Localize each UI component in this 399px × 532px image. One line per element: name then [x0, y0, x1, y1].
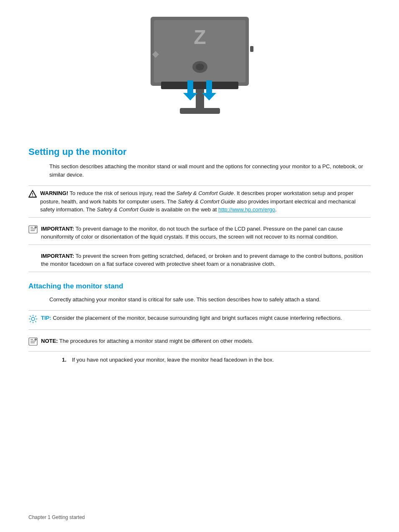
warning-text-before: To reduce the risk of serious injury, re… [70, 190, 176, 196]
important2-text-content: To prevent the screen from getting scrat… [41, 253, 363, 267]
monitor-illustration: Z [28, 13, 371, 134]
note-notice: NOTE: The procedures for attaching a mon… [28, 334, 371, 352]
attaching-intro: Correctly attaching your monitor stand i… [49, 296, 371, 304]
note-label: NOTE: [41, 338, 58, 344]
svg-text:Z: Z [194, 26, 206, 48]
svg-point-4 [196, 64, 204, 70]
setting-up-intro: This section describes attaching the mon… [49, 162, 371, 179]
tip-label: TIP: [41, 315, 51, 321]
warning-italic2: Safety & Comfort Guide [178, 198, 235, 205]
svg-rect-9 [161, 82, 238, 89]
step-1-number: 1. [62, 356, 72, 364]
warning-text-mid3: is available on the web at [154, 206, 218, 213]
svg-rect-5 [250, 46, 253, 52]
important2-label: IMPORTANT: [41, 253, 74, 259]
important1-notice: IMPORTANT: To prevent damage to the moni… [28, 221, 371, 245]
page: Z Setting up the monitor This section de… [0, 0, 399, 532]
note-icon [28, 337, 38, 348]
svg-line-29 [30, 321, 31, 322]
important2-notice: IMPORTANT: To prevent the screen from ge… [28, 249, 371, 272]
step-1: 1. If you have not unpacked your monitor… [62, 356, 371, 364]
note-content: NOTE: The procedures for attaching a mon… [41, 337, 371, 345]
warning-italic3: Safety & Comfort Guide [97, 206, 154, 213]
important1-content: IMPORTANT: To prevent damage to the moni… [41, 225, 371, 241]
tip-content: TIP: Consider the placement of the monit… [41, 314, 371, 322]
warning-icon: ! [28, 190, 37, 200]
svg-rect-8 [180, 108, 220, 114]
warning-italic1: Safety & Comfort Guide [176, 190, 233, 196]
warning-notice: ! WARNING! To reduce the risk of serious… [28, 185, 371, 218]
svg-line-26 [30, 316, 31, 317]
important1-icon [28, 225, 38, 236]
important2-content: IMPORTANT: To prevent the screen from ge… [41, 252, 371, 268]
warning-content: WARNING! To reduce the risk of serious i… [40, 189, 371, 214]
svg-point-21 [31, 317, 35, 321]
svg-line-28 [35, 316, 36, 317]
warning-label: WARNING! [40, 190, 68, 196]
tip-text-content: Consider the placement of the monitor, b… [53, 315, 342, 321]
important1-text-content: To prevent damage to the monitor, do not… [41, 226, 343, 240]
step-1-text: If you have not unpacked your monitor, l… [72, 356, 371, 364]
tip-icon [28, 314, 38, 326]
important1-label: IMPORTANT: [41, 226, 74, 232]
attaching-heading: Attaching the monitor stand [28, 282, 371, 290]
svg-point-20 [36, 227, 36, 228]
svg-text:!: ! [32, 193, 33, 197]
svg-point-36 [36, 339, 36, 340]
note-text-content: The procedures for attaching a monitor s… [59, 338, 253, 344]
page-footer: Chapter 1 Getting started [28, 514, 85, 520]
setting-up-heading: Setting up the monitor [28, 146, 371, 157]
warning-link[interactable]: http://www.hp.com/ergo [218, 206, 275, 213]
svg-line-27 [35, 321, 36, 322]
warning-text-end: . [275, 206, 277, 213]
tip-notice: TIP: Consider the placement of the monit… [28, 310, 371, 330]
steps-list: 1. If you have not unpacked your monitor… [62, 356, 371, 364]
footer-text: Chapter 1 Getting started [28, 514, 85, 520]
